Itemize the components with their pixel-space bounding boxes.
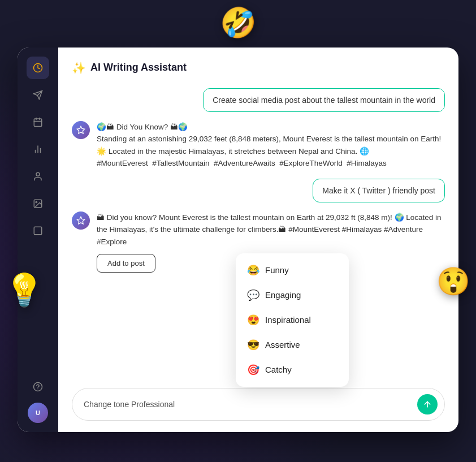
tone-dropdown: 😂 Funny 💬 Engaging 😍 Inspirational 😎 Ass… xyxy=(236,253,349,387)
add-to-post-button[interactable]: Add to post xyxy=(97,254,155,273)
sidebar-icon-user[interactable] xyxy=(27,165,49,188)
sidebar-icon-image[interactable] xyxy=(27,192,49,215)
svg-point-12 xyxy=(36,201,37,202)
ai-avatar-2 xyxy=(72,211,90,230)
header: ✨ AI Writing Assistant xyxy=(72,61,445,75)
user-message-1: Create social media post about the talle… xyxy=(203,88,445,112)
svg-marker-17 xyxy=(77,217,84,224)
svg-point-10 xyxy=(36,172,40,176)
sparkle-icon: ✨ xyxy=(72,61,86,75)
ai-response-1: 🌍🏔 Did You Know? 🏔🌍 Standing at an aston… xyxy=(72,121,445,170)
sidebar-icon-help[interactable] xyxy=(27,375,49,398)
sidebar-icon-clock[interactable] xyxy=(27,57,49,79)
emoji-left-decoration: 💡 xyxy=(5,271,44,309)
sidebar-icon-send[interactable] xyxy=(27,84,49,106)
sidebar: U xyxy=(18,48,58,432)
dropdown-item-catchy[interactable]: 🎯 Catchy xyxy=(236,357,349,382)
engaging-emoji: 💬 xyxy=(247,289,259,301)
ai-text-1: 🌍🏔 Did You Know? 🏔🌍 Standing at an aston… xyxy=(97,121,445,170)
dropdown-item-assertive[interactable]: 😎 Assertive xyxy=(236,333,349,357)
page-title: AI Writing Assistant xyxy=(90,62,187,74)
svg-marker-16 xyxy=(77,126,84,133)
assertive-emoji: 😎 xyxy=(247,339,259,351)
sidebar-icon-box[interactable] xyxy=(27,219,49,242)
engaging-label: Engaging xyxy=(265,290,301,300)
dropdown-item-engaging[interactable]: 💬 Engaging xyxy=(236,283,349,308)
content-area: ✨ AI Writing Assistant Create social med… xyxy=(58,48,458,432)
user-avatar[interactable]: U xyxy=(28,403,48,423)
catchy-label: Catchy xyxy=(265,365,292,374)
svg-rect-3 xyxy=(34,119,42,127)
input-area: 😂 Funny 💬 Engaging 😍 Inspirational 😎 Ass… xyxy=(72,388,445,421)
tone-input-wrapper xyxy=(72,388,445,421)
inspirational-emoji: 😍 xyxy=(247,314,259,326)
inspirational-label: Inspirational xyxy=(265,315,311,325)
sidebar-icon-chart[interactable] xyxy=(27,138,49,161)
ai-text-2: 🏔 Did you know? Mount Everest is the tal… xyxy=(97,211,445,248)
funny-label: Funny xyxy=(265,265,289,275)
ai-avatar-1 xyxy=(72,121,90,139)
emoji-top-decoration: 🤣 xyxy=(220,6,257,40)
catchy-emoji: 🎯 xyxy=(247,364,259,376)
dropdown-item-inspirational[interactable]: 😍 Inspirational xyxy=(236,308,349,333)
sidebar-icon-calendar[interactable] xyxy=(27,111,49,133)
main-card: U ✨ AI Writing Assistant Create social m… xyxy=(18,48,458,432)
funny-emoji: 😂 xyxy=(247,264,259,277)
dropdown-item-funny[interactable]: 😂 Funny xyxy=(236,258,349,283)
emoji-right-decoration: 😲 xyxy=(436,266,470,297)
send-button[interactable] xyxy=(417,394,438,414)
tone-input[interactable] xyxy=(84,400,413,409)
user-message-2: Make it X ( Twitter ) friendly post xyxy=(313,179,445,202)
assertive-label: Assertive xyxy=(265,340,300,349)
svg-rect-13 xyxy=(34,227,42,235)
